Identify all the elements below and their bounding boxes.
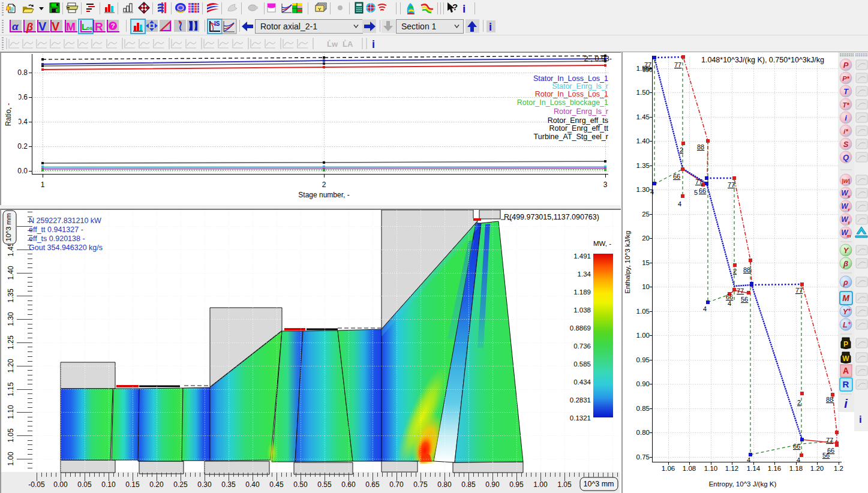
svg-text:1.00: 1.00: [636, 332, 650, 339]
svg-text:1.05: 1.05: [557, 480, 572, 489]
svg-text:0.15: 0.15: [125, 480, 140, 489]
svg-text:4: 4: [703, 305, 707, 312]
svg-text:m: m: [846, 233, 851, 239]
svg-text:3: 3: [603, 181, 608, 189]
svg-text:Q: Q: [843, 153, 849, 162]
svg-text:1.038: 1.038: [573, 306, 591, 314]
svg-text:1.08: 1.08: [683, 465, 696, 472]
svg-text:2: 2: [733, 267, 737, 275]
svg-text:P: P: [843, 61, 849, 70]
svg-text:0.90: 0.90: [485, 480, 500, 489]
svg-text:1.10: 1.10: [7, 405, 15, 419]
svg-text:0.50: 0.50: [293, 480, 308, 489]
svg-text:Turbine_AT_Stg_eel_r: Turbine_AT_Stg_eel_r: [534, 133, 608, 141]
svg-text:β: β: [26, 21, 33, 33]
svg-text:1.06: 1.06: [662, 465, 675, 472]
svg-text:T: T: [843, 87, 849, 96]
svg-text:L̊w: L̊w: [327, 40, 338, 49]
svg-text:1.25: 1.25: [7, 335, 15, 350]
svg-text:P*: P*: [842, 75, 849, 82]
svg-text:Enthalpy, 10^3 kJ/kg: Enthalpy, 10^3 kJ/kg: [624, 231, 631, 294]
svg-text:1.00: 1.00: [533, 480, 548, 489]
svg-text:0.20: 0.20: [149, 480, 164, 489]
svg-text:?: ?: [111, 22, 115, 29]
svg-text:0.35: 0.35: [221, 480, 236, 489]
svg-text:i*: i*: [843, 128, 848, 135]
svg-text:88: 88: [697, 143, 704, 151]
svg-text:4: 4: [747, 456, 750, 464]
svg-text:R: R: [95, 20, 103, 33]
svg-text:1.10: 1.10: [704, 465, 717, 472]
svg-text:77: 77: [795, 287, 803, 294]
svg-text:5: 5: [694, 189, 698, 196]
svg-text:0.75: 0.75: [636, 453, 650, 461]
svg-text:556: 556: [642, 67, 653, 73]
svg-text:1: 1: [41, 181, 45, 189]
svg-text:0.10: 0.10: [101, 480, 116, 489]
svg-text:0.45: 0.45: [269, 480, 284, 489]
svg-text:0.2: 0.2: [17, 142, 28, 151]
svg-text:Entropy, 10^3 J/(kg K): Entropy, 10^3 J/(kg K): [709, 480, 777, 488]
svg-text:0.8869: 0.8869: [570, 324, 591, 332]
svg-text:M: M: [842, 293, 849, 303]
svg-text:1.30: 1.30: [7, 312, 15, 326]
svg-text:Stator_Enrg_ls_r: Stator_Enrg_ls_r: [552, 82, 608, 91]
svg-text:0.6: 0.6: [17, 93, 28, 101]
svg-text:4: 4: [678, 200, 681, 208]
svg-text:66: 66: [673, 173, 680, 180]
svg-text:1.40: 1.40: [636, 137, 650, 145]
svg-text:1.048*10^3J/(kg K), 0.750*10^3: 1.048*10^3J/(kg K), 0.750*10^3kJ/kg: [701, 56, 824, 64]
svg-text:1.34: 1.34: [578, 270, 591, 278]
svg-text:0.1321: 0.1321: [570, 414, 591, 422]
svg-text:1.00: 1.00: [7, 452, 15, 466]
svg-text:0.25: 0.25: [173, 480, 188, 489]
svg-text:Rotor_In_Loss_Los_1: Rotor_In_Loss_Los_1: [535, 90, 608, 98]
svg-text:Rotor_In_Loss_blockage_1: Rotor_In_Loss_blockage_1: [517, 98, 608, 107]
svg-text:0.55: 0.55: [317, 480, 332, 489]
svg-text:t: t: [848, 220, 850, 226]
svg-text:α: α: [12, 21, 19, 32]
svg-text:15: 15: [642, 259, 650, 266]
svg-text:1.2: 1.2: [834, 465, 843, 472]
svg-text:1.50: 1.50: [636, 89, 650, 96]
svg-text:0.40: 0.40: [245, 480, 260, 489]
svg-text:1.40: 1.40: [7, 266, 15, 280]
svg-text:eff_ts 0.920138 -: eff_ts 0.920138 -: [29, 235, 85, 243]
svg-text:2: 2: [680, 146, 683, 154]
svg-text:10^3 mm: 10^3 mm: [5, 214, 12, 242]
svg-text:0.00: 0.00: [53, 480, 68, 489]
svg-text:Gout 354.946320 kg/s: Gout 354.946320 kg/s: [29, 244, 103, 252]
svg-text:10: 10: [642, 283, 650, 290]
svg-text:0.60: 0.60: [341, 480, 356, 489]
svg-text:1.35: 1.35: [636, 162, 650, 169]
svg-text:1.189: 1.189: [573, 288, 591, 296]
svg-text:1.491: 1.491: [573, 252, 591, 260]
svg-text:66: 66: [699, 187, 706, 194]
svg-text:Stator_In_Loss_Los_1: Stator_In_Loss_Los_1: [533, 74, 608, 83]
svg-text:Stage number, -: Stage number, -: [298, 191, 349, 199]
svg-text:0.0: 0.0: [17, 167, 28, 175]
svg-text:V: V: [52, 20, 60, 33]
svg-text:S: S: [843, 140, 849, 149]
svg-text:0.95: 0.95: [509, 480, 524, 489]
svg-text:77: 77: [674, 61, 681, 68]
svg-text:i: i: [844, 397, 848, 410]
svg-text:A: A: [843, 366, 849, 375]
svg-text:25: 25: [642, 211, 650, 218]
svg-text:?: ?: [452, 2, 458, 12]
svg-text:L: L: [843, 320, 848, 329]
svg-text:0.80: 0.80: [437, 480, 452, 489]
svg-text:0.70: 0.70: [389, 480, 404, 489]
svg-text:x: x: [847, 194, 851, 199]
svg-text:L̊A: L̊A: [343, 40, 353, 49]
svg-text:88: 88: [826, 396, 833, 403]
svg-text:66: 66: [793, 443, 800, 450]
svg-text:Y: Y: [843, 246, 849, 255]
svg-text:ρ: ρ: [843, 278, 848, 287]
svg-text:0.30: 0.30: [197, 480, 212, 489]
svg-text:W: W: [842, 354, 849, 363]
svg-text:R(499.973015,1137.090763): R(499.973015,1137.090763): [504, 213, 599, 221]
svg-text:2-, 0.93-: 2-, 0.93-: [584, 55, 612, 63]
svg-text:1.15: 1.15: [7, 382, 15, 396]
svg-text:V: V: [38, 20, 47, 33]
